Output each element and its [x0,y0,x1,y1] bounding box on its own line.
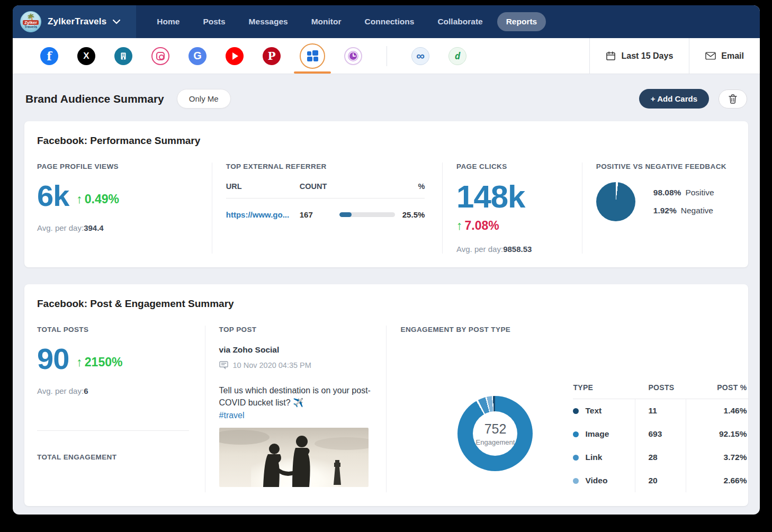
company-page-icon[interactable] [114,47,132,65]
engagement-by-type-widget: ENGAGEMENT BY POST TYPE 752 Engagement T… [386,326,735,492]
total-engagement-label: TOTAL ENGAGEMENT [37,453,205,461]
app-window: 🌴 Zylker Travels ZylkerTravels Home Post… [13,5,760,515]
email-label: Email [721,51,744,61]
col-url: URL [226,182,300,191]
play-icon [232,52,238,60]
negative-feedback: 1.92%Negative [653,206,714,215]
chevron-down-icon [113,20,120,24]
dashboard-grid-icon-selected[interactable] [300,43,325,69]
clock-icon [347,50,359,62]
engagement-by-type-label: ENGAGEMENT BY POST TYPE [400,326,735,333]
col-posts: POSTS [635,383,686,392]
profile-views-change: 0.49% [85,192,119,206]
delete-dashboard-button[interactable] [719,89,747,109]
nav-item-monitor[interactable]: Monitor [302,12,351,31]
date-range-selector[interactable]: Last 15 Days [589,38,689,74]
page-clicks-average: Avg. per day:9858.53 [456,245,582,254]
channel-bar-actions: Last 15 Days Email [589,38,760,74]
email-button[interactable]: Email [689,38,760,74]
date-range-label: Last 15 Days [621,51,673,61]
feedback-pie-chart [596,182,635,221]
instagram-icon[interactable] [151,47,169,65]
nav-item-reports[interactable]: Reports [497,12,546,31]
trash-icon [729,94,737,104]
total-posts-average: Avg. per day:6 [37,386,205,395]
legend-dot [573,408,579,414]
table-row-image: Image 693 92.15% [573,422,749,446]
donut-center-value: 752 [484,421,507,437]
zoho-desk-icon[interactable]: d [448,47,466,65]
google-icon[interactable]: G [188,47,207,65]
table-row-link: Link 28 3.72% [573,446,749,469]
top-post-widget: TOP POST via Zoho Social 10 Nov 2020 04:… [205,326,387,492]
referrer-pct: 25.5% [393,210,425,219]
col-pct: % [393,182,425,191]
profile-views-value: 6k [37,182,69,210]
top-post-date: 10 Nov 2020 04:35 PM [233,361,311,369]
up-arrow-icon: ↑ [76,192,83,206]
brand-selector[interactable]: 🌴 Zylker Travels ZylkerTravels [13,5,136,38]
report-content: Brand Audience Summary Only Me + Add Car… [13,89,760,506]
main-nav: Home Posts Messages Monitor Connections … [148,5,546,38]
brand-name: ZylkerTravels [48,16,106,27]
referrer-row: https://www.go... 167 25.5% [226,199,425,219]
table-row-text: Text 11 1.46% [573,399,749,422]
top-navbar: 🌴 Zylker Travels ZylkerTravels Home Post… [13,5,760,38]
youtube-icon[interactable] [226,47,244,65]
total-posts-widget: TOTAL POSTS 90 ↑ 2150% Avg. per day:6 TO… [37,326,205,492]
channel-icons: f X G P [13,38,589,74]
post-engagement-card: Facebook: Post & Engagement Summary TOTA… [24,284,748,506]
legend-dot [573,478,579,484]
positive-feedback: 98.08%Positive [653,188,714,197]
channel-divider [387,46,387,66]
nav-item-connections[interactable]: Connections [356,12,424,31]
total-posts-value: 90 [37,345,69,373]
referrer-url-link[interactable]: https://www.go... [226,210,300,219]
selected-channel-underline [294,71,331,74]
col-count: COUNT [300,182,339,191]
page-clicks-label: PAGE CLICKS [456,163,582,170]
envelope-icon [705,52,716,60]
nav-item-messages[interactable]: Messages [240,12,297,31]
x-twitter-icon[interactable]: X [77,47,95,65]
channel-bar: f X G P [13,38,760,74]
visibility-pill[interactable]: Only Me [177,89,231,109]
profile-views-label: PAGE PROFILE VIEWS [37,163,212,170]
pinterest-icon[interactable]: P [263,47,281,65]
schedule-clock-icon[interactable] [344,47,362,65]
page-clicks-widget: PAGE CLICKS 148k ↑ 7.08% Avg. per day:98… [442,163,582,254]
palm-tree-icon: 🌴 [26,15,35,20]
donut-center-label: Engagement [476,438,515,446]
referrer-count: 167 [300,210,339,219]
nav-item-posts[interactable]: Posts [194,12,234,31]
table-row-video: Video 20 2.66% [573,469,749,492]
feedback-widget: POSITIVE VS NEGATIVE FEEDBACK 98.08%Posi… [582,163,735,254]
top-post-via: via Zoho Social [219,345,387,355]
legend-dot [573,431,579,437]
page-profile-views-widget: PAGE PROFILE VIEWS 6k ↑ 0.49% Avg. per d… [37,163,212,254]
top-external-referrer-widget: TOP EXTERNAL REFERRER URL COUNT % https:… [212,163,442,254]
page-clicks-change: 7.08% [465,219,499,233]
calendar-icon [606,51,616,61]
total-posts-change: 2150% [85,355,123,369]
brand-logo: 🌴 Zylker Travels [20,11,41,32]
feedback-label: POSITIVE VS NEGATIVE FEEDBACK [596,163,735,170]
engagement-card-title: Facebook: Post & Engagement Summary [37,298,735,310]
legend-dot [573,455,579,461]
top-post-image[interactable] [219,428,369,487]
up-arrow-icon: ↑ [76,355,83,369]
nav-item-home[interactable]: Home [148,12,188,31]
col-type: TYPE [573,383,635,392]
top-post-text: Tell us which destination is on your pos… [219,384,378,421]
facebook-icon[interactable]: f [40,47,58,65]
referrer-progress-bar [339,212,395,217]
hashtag-link[interactable]: #travel [219,411,245,420]
add-cards-button[interactable]: + Add Cards [639,89,709,109]
nav-item-collaborate[interactable]: Collaborate [428,12,491,31]
engagement-donut-chart: 752 Engagement [457,396,533,471]
zoho-crm-icon[interactable]: ∞ [411,47,429,65]
divider [37,430,189,431]
col-post-pct: POST % [686,383,749,392]
page-clicks-value: 148k [456,179,525,214]
grid-icon [307,50,318,61]
